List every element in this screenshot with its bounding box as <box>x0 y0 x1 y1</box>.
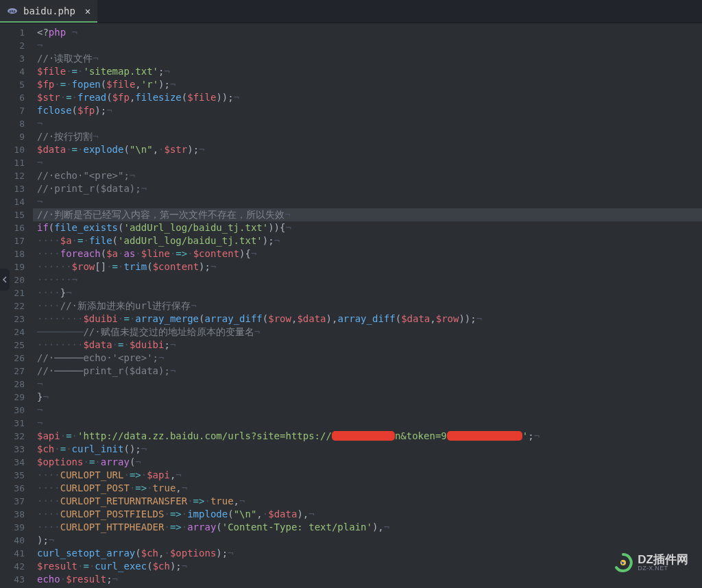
line-number: 39 <box>0 521 25 534</box>
line-number: 4 <box>0 65 25 78</box>
code-line[interactable]: ····CURLOPT_RETURNTRANSFER·=>·true,¬ <box>33 495 702 508</box>
code-line[interactable]: ····CURLOPT_POSTFIELDS·=>·implode("\n",·… <box>33 508 702 521</box>
code-line[interactable]: ········$duibi·=·array_merge(array_diff(… <box>33 313 702 326</box>
code-line[interactable]: ······$row[]·=·trim($content);¬ <box>33 260 702 273</box>
code-line[interactable]: if(file_exists('addUrl_log/baidu_tj.txt'… <box>33 221 702 234</box>
line-number: 18 <box>0 247 25 260</box>
tab-close-button[interactable]: ✕ <box>85 5 90 16</box>
watermark-logo-icon <box>613 552 633 573</box>
code-content[interactable]: <?php ¬¬//·读取文件¬$file·=·'sitemap.txt';¬$… <box>33 23 702 588</box>
line-number: 34 <box>0 456 25 469</box>
line-number-gutter: 1234567891011121314151617181920212223242… <box>0 23 33 588</box>
code-line[interactable]: $options·=·array(¬ <box>33 456 702 469</box>
code-line[interactable]: $ch·=·curl_init();¬ <box>33 443 702 456</box>
code-line[interactable]: ────────//·赋值未提交过的地址给原本的变量名¬ <box>33 326 702 339</box>
line-number: 12 <box>0 169 25 182</box>
line-number: 35 <box>0 469 25 482</box>
line-number: 32 <box>0 430 25 443</box>
line-number: 9 <box>0 130 25 143</box>
code-line[interactable]: echo·$result;¬ <box>33 573 702 586</box>
line-number: 40 <box>0 534 25 547</box>
line-number: 14 <box>0 195 25 208</box>
code-line[interactable]: ¬ <box>33 378 702 391</box>
code-line[interactable]: ····//·新添加进来的url进行保存¬ <box>33 299 702 313</box>
code-line[interactable]: );¬ <box>33 534 702 547</box>
line-number: 33 <box>0 443 25 456</box>
line-number: 3 <box>0 52 25 65</box>
line-number: 37 <box>0 495 25 508</box>
code-line[interactable]: fclose($fp);¬ <box>33 104 702 117</box>
line-number: 27 <box>0 365 25 378</box>
svg-text:php: php <box>9 9 15 14</box>
code-line[interactable]: ¬ <box>33 117 702 130</box>
code-line[interactable]: //·echo·"<pre>";¬ <box>33 169 702 182</box>
watermark: DZ插件网 DZ-X.NET <box>613 552 688 573</box>
line-number: 6 <box>0 91 25 104</box>
line-number: 42 <box>0 560 25 573</box>
code-line[interactable]: //·判断是否已经写入内容，第一次文件不存在，所以失效¬ <box>33 208 702 221</box>
code-line[interactable]: $fp·=·fopen($file,'r');¬ <box>33 78 702 91</box>
code-line[interactable]: }¬ <box>33 391 702 404</box>
line-number: 30 <box>0 404 25 417</box>
code-line[interactable]: ····CURLOPT_URL·=>·$api,¬ <box>33 469 702 482</box>
line-number: 23 <box>0 313 25 326</box>
code-line[interactable]: ····CURLOPT_HTTPHEADER·=>·array('Content… <box>33 521 702 534</box>
line-number: 7 <box>0 104 25 117</box>
line-number: 1 <box>0 26 25 39</box>
code-line[interactable]: ······¬ <box>33 273 702 286</box>
code-line[interactable]: ····}¬ <box>33 286 702 299</box>
line-number: 8 <box>0 117 25 130</box>
line-number: 25 <box>0 339 25 352</box>
editor-view: 1234567891011121314151617181920212223242… <box>0 23 702 588</box>
line-number: 41 <box>0 547 25 560</box>
code-line[interactable]: curl_setopt_array($ch,·$options);¬ <box>33 547 702 560</box>
line-number: 43 <box>0 573 25 586</box>
line-number: 29 <box>0 391 25 404</box>
code-line[interactable]: ····$a·=·file('addUrl_log/baidu_tj.txt')… <box>33 234 702 247</box>
line-number: 26 <box>0 352 25 365</box>
line-number: 2 <box>0 39 25 52</box>
code-line[interactable]: //·print_r($data);¬ <box>33 182 702 195</box>
line-number: 38 <box>0 508 25 521</box>
code-line[interactable]: <?php ¬ <box>33 26 702 39</box>
code-line[interactable]: $api·=·'http://data.zz.baidu.com/urls?si… <box>33 430 702 443</box>
watermark-title: DZ插件网 <box>638 554 688 565</box>
code-line[interactable]: ¬ <box>33 39 702 52</box>
code-line[interactable]: $result·=·curl_exec($ch);¬ <box>33 560 702 573</box>
line-number: 28 <box>0 378 25 391</box>
code-line[interactable]: ¬ <box>33 195 702 208</box>
line-number: 15 <box>0 208 25 221</box>
line-number: 36 <box>0 482 25 495</box>
line-number: 5 <box>0 78 25 91</box>
panel-collapse-handle[interactable] <box>0 269 10 291</box>
line-number: 17 <box>0 234 25 247</box>
code-line[interactable]: ¬ <box>33 404 702 417</box>
watermark-subtitle: DZ-X.NET <box>638 565 688 572</box>
php-file-icon: php <box>7 5 18 16</box>
code-line[interactable]: ····foreach($a·as·$line·=>·$content){¬ <box>33 247 702 260</box>
code-line[interactable]: //·─────echo·'<pre>';¬ <box>33 352 702 365</box>
code-line[interactable]: ¬ <box>33 156 702 169</box>
code-line[interactable]: $data·=·explode("\n",·$str);¬ <box>33 143 702 156</box>
code-line[interactable]: ········$data·=·$duibi;¬ <box>33 339 702 352</box>
tab-baidu-php[interactable]: php baidu.php ✕ <box>0 0 97 23</box>
code-line[interactable]: ¬ <box>33 417 702 430</box>
code-line[interactable]: ····CURLOPT_POST·=>·true,¬ <box>33 482 702 495</box>
line-number: 31 <box>0 417 25 430</box>
line-number: 16 <box>0 221 25 234</box>
line-number: 10 <box>0 143 25 156</box>
code-line[interactable]: //·读取文件¬ <box>33 52 702 65</box>
code-line[interactable]: $str·=·fread($fp,filesize($file));¬ <box>33 91 702 104</box>
line-number: 11 <box>0 156 25 169</box>
code-line[interactable]: $file·=·'sitemap.txt';¬ <box>33 65 702 78</box>
tabs-bar: php baidu.php ✕ <box>0 0 702 23</box>
line-number: 22 <box>0 299 25 313</box>
line-number: 24 <box>0 326 25 339</box>
code-line[interactable]: //·─────print_r($data);¬ <box>33 365 702 378</box>
tab-filename: baidu.php <box>23 5 75 16</box>
code-line[interactable]: //·按行切割¬ <box>33 130 702 143</box>
line-number: 13 <box>0 182 25 195</box>
